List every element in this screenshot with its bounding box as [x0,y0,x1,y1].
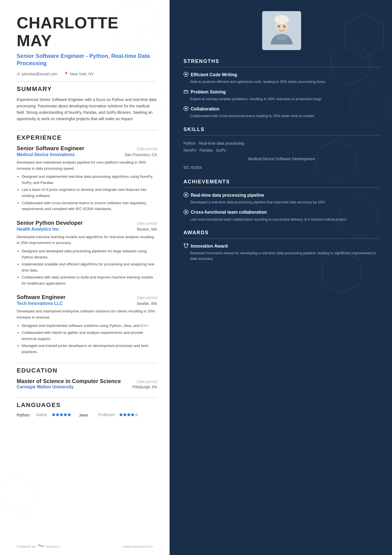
skills-section: SKILLS Python · Real-time data processin… [183,127,379,171]
job-1-bullet-2: Led a team of 3 junior engineers to deve… [22,187,157,199]
strength-2-desc: Expert at solving complex problems, resu… [183,96,379,102]
job-1-location: San Francisco, CA [125,152,157,157]
lang-python: Python Native [17,413,71,417]
job-3-bullet-2: Collaborated with clients to gather and … [22,330,157,342]
achievement-2: Cross-functional team collaboration Led … [183,209,379,222]
achievement-1-title: Real-time data processing pipeline [191,193,264,198]
edu-1-header: Master of Science in Computer Science Da… [17,378,157,384]
svg-marker-5 [14,494,36,519]
awards-title: AWARDS [183,230,379,236]
languages-title: LANGUAGES [17,401,157,409]
job-2-company: Health Analytics Inc. [17,227,60,232]
languages-row: Python Native Java Proficient [17,413,157,417]
strength-1-desc: Able to produce efficient and optimized … [183,79,379,85]
candidate-name: CHARLOTTE MAY [17,14,157,50]
dot-j-2 [123,413,126,416]
job-1-desc: Developed and maintained analysis pipeli… [17,159,157,171]
hex-decoration-bottom-left [0,472,39,527]
job-2-header: Senior Python Developer Date period [17,220,157,226]
job-3-date: Date period [137,295,157,300]
job-1-bullet-3: Collaborated with cross-functional teams… [22,200,157,212]
skill-iec: IEC 62304 [183,165,202,170]
job-2-bullet-1: Designed and developed data processing p… [22,248,157,260]
job-2-bullet-2: Implemented scalable and efficient algor… [22,261,157,273]
achievements-title: ACHIEVEMENTS [183,179,379,185]
education-title: EDUCATION [17,367,157,374]
job-3-desc: Developed and maintained enterprise soft… [17,308,157,320]
experience-divider [17,130,157,130]
achievement-2-title: Cross-functional team collaboration [191,209,267,215]
location-text: New York, NY [70,72,94,76]
summary-text: Experienced Senior Software Engineer wit… [17,97,157,122]
strength-3: Collaboration Collaborated with cross-fu… [183,106,379,119]
job-3-bullet-3: Managed and trained junior developers on… [22,343,157,355]
skills-text: Python · Real-time data processing · Num… [183,140,379,171]
svg-rect-21 [184,90,188,93]
dot-j-3 [127,413,130,416]
website-url: www.enhancv.com [123,544,153,549]
right-col-inner: STRENGTHS Efficient Code Writing Able to… [183,11,379,261]
job-2-bullet-3: Collaborated with data scientists to bui… [22,274,157,286]
email-contact: @ johndoe@email.com [17,72,57,76]
job-1: Senior Software Engineer Date period Med… [17,145,157,212]
profile-svg [262,11,301,50]
job-2-desc: Developed machine learning models and al… [17,234,157,246]
skill-python: Python · Real-time data processing · [183,141,246,145]
languages-divider [17,397,157,398]
achievement-1-desc: Developed a real-time data processing pi… [183,199,379,205]
svg-point-20 [185,73,187,75]
svg-point-17 [278,25,280,28]
job-1-bullets: Designed and implemented real-time data … [17,174,157,212]
resume-wrapper: CHARLOTTE MAY Senior Software Engineer -… [0,0,392,555]
strength-3-icon [183,106,188,112]
dot-4 [64,413,67,416]
powered-by-text: Powered by [17,544,36,549]
skills-divider [183,135,379,135]
skills-title: SKILLS [183,127,379,132]
svg-point-23 [185,108,187,109]
achievements-section: ACHIEVEMENTS Real-time data processing p… [183,179,379,222]
svg-point-18 [283,25,286,28]
experience-title: EXPERIENCE [17,134,157,141]
svg-point-27 [185,211,187,213]
strength-3-desc: Collaborated with cross-functional teams… [183,113,379,119]
profile-photo-placeholder [262,11,301,50]
award-1-desc: Received Innovation Award for developing… [183,250,379,261]
lang-python-dots [52,413,71,416]
job-2-bullets: Designed and developed data processing p… [17,248,157,287]
job-3-company-row: Tech Innovations LLC Seattle, WA [17,301,157,306]
edu-1-school: Carnegie Mellon University [17,384,74,389]
strength-1-icon [183,72,188,78]
left-column: CHARLOTTE MAY Senior Software Engineer -… [0,0,170,555]
education-divider [17,363,157,363]
location-icon: 📍 [64,72,68,76]
job-2-date: Date period [137,221,157,226]
lang-java: Java Proficient [79,413,138,417]
edu-1-degree: Master of Science in Computer Science [17,378,121,384]
job-3-bullets: Designed and implemented software soluti… [17,323,157,355]
summary-title: SUMMARY [17,85,157,93]
education-section: EDUCATION Master of Science in Computer … [17,363,157,389]
job-2-location: Boston, MA [137,227,157,231]
svg-point-25 [185,194,187,196]
strength-1-title-row: Efficient Code Writing [183,72,379,78]
edu-1-date: Date period [137,379,157,384]
contact-info: @ johndoe@email.com 📍 New York, NY [17,72,157,76]
strength-3-title: Collaboration [191,107,219,112]
achievement-2-desc: Led cross-functional team collaboration … [183,217,379,222]
dot-1 [52,413,55,416]
awards-divider [183,238,379,239]
lang-java-name: Java [79,413,96,417]
strength-2-icon [183,89,188,95]
award-1-title: Innovation Award [191,244,228,249]
email-icon: @ [17,72,20,76]
enhancv-logo-icon [38,544,44,549]
job-2-company-row: Health Analytics Inc. Boston, MA [17,227,157,232]
dot-j-5 [135,413,138,416]
job-2: Senior Python Developer Date period Heal… [17,220,157,287]
right-column: STRENGTHS Efficient Code Writing Able to… [170,0,392,555]
job-2-title: Senior Python Developer [17,220,83,226]
svg-point-16 [274,15,289,24]
lang-java-dots [120,413,138,416]
job-3-bullet-1: Designed and implemented software soluti… [22,323,157,329]
